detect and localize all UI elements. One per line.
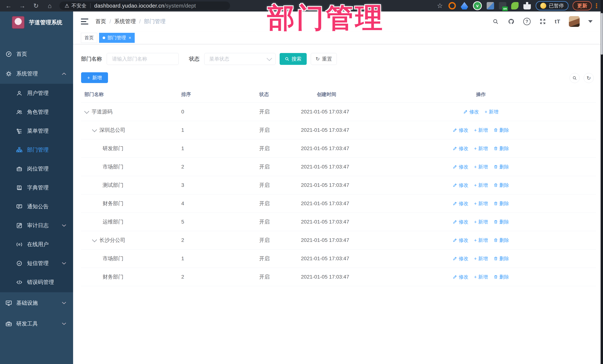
add-link[interactable]: +新增 [474,164,488,170]
sidebar-item-audit[interactable]: 审计日志 [0,216,73,235]
browser-home-icon[interactable]: ⌂ [45,2,55,10]
screen: ← → ↻ ⌂ ⚠ 不安全 dashboard.yudao.iocoder.cn… [0,0,603,364]
dept-sort: 1 [181,127,259,133]
refresh-icon: ↻ [316,56,320,62]
search-button[interactable]: 搜索 [280,53,307,65]
extension-icon-green-check[interactable]: v [473,1,482,10]
edit-link[interactable]: 修改 [453,127,468,133]
edit-link[interactable]: 修改 [453,145,468,152]
chevron-down-icon [62,262,66,265]
breadcrumb-home[interactable]: 首页 [95,18,106,25]
sidebar-item-home[interactable]: 首页 [0,45,73,63]
reset-button[interactable]: ↻ 重置 [311,53,337,65]
delete-link[interactable]: 删除 [494,200,509,207]
dept-table: 部门名称 排序 状态 创建时间 操作 芋道源码 0 开启 2021-01-05 … [81,86,596,286]
edit-link[interactable]: 修改 [453,200,468,207]
add-link[interactable]: +新增 [474,237,488,243]
add-link[interactable]: +新增 [474,182,488,188]
tab-home[interactable]: 首页 [81,33,97,43]
sidebar-item-online[interactable]: 在线用户 [0,235,73,254]
edit-link[interactable]: 修改 [453,255,468,262]
add-link[interactable]: +新增 [474,145,488,152]
edit-link[interactable]: 修改 [453,274,468,280]
sidebar-item-devtools[interactable]: 研发工具 [0,314,73,334]
table-row: 长沙分公司 2 开启 2021-01-05 17:03:47 修改 +新增 删除 [81,231,596,249]
table-row: 财务部门 2 开启 2021-01-05 17:03:47 修改 +新增 删除 [81,268,596,286]
scrollbar-thumb[interactable] [601,13,603,55]
dept-sort: 1 [181,255,259,262]
main-content: 部门名称 状态 菜单状态 搜索 ↻ 重置 + 新增 ↻ [73,44,603,364]
sidebar-item-posts[interactable]: 岗位管理 [0,159,73,178]
sidebar-item-depts[interactable]: 部门管理 [0,141,73,159]
edit-link[interactable]: 修改 [453,237,468,243]
user-avatar[interactable] [569,16,580,27]
dept-name-input[interactable] [107,53,179,65]
delete-link[interactable]: 删除 [494,182,509,188]
help-icon[interactable]: ? [523,18,531,25]
sidebar-item-dicts[interactable]: 字典管理 [0,178,73,197]
edit-link[interactable]: 修改 [453,219,468,225]
delete-link[interactable]: 删除 [494,145,509,152]
extension-icon-leaf[interactable] [511,2,519,10]
table-row: 芋道源码 0 开启 2021-01-05 17:03:47 修改 +新增 [81,103,596,121]
bookmark-star-icon[interactable]: ☆ [437,2,443,10]
table-row: 测试部门 3 开启 2021-01-05 17:03:47 修改 +新增 删除 [81,176,596,194]
tab-close-icon[interactable]: × [128,36,131,40]
col-header-created: 创建时间 [301,91,449,98]
font-size-icon[interactable]: tT [555,18,560,25]
sidebar-item-sms[interactable]: 短信管理 [0,254,73,273]
app-logo-row[interactable]: 芋道管理系统 [0,11,73,33]
expand-caret-icon[interactable] [92,237,97,242]
address-bar[interactable]: ⚠ 不安全 dashboard.yudao.iocoder.cn/system/… [59,1,230,10]
edit-link[interactable]: 修改 [453,182,468,188]
edit-link[interactable]: 修改 [453,164,468,170]
delete-link[interactable]: 删除 [494,237,509,243]
sidebar-item-infra[interactable]: 基础设施 [0,293,73,313]
scrollbar-track[interactable] [601,0,603,364]
add-dept-button[interactable]: + 新增 [81,72,108,83]
chrome-update-button[interactable]: 更新 [573,1,592,10]
sidebar-item-menus[interactable]: 菜单管理 [0,121,73,141]
sidebar-item-notices[interactable]: 通知公告 [0,197,73,216]
github-icon[interactable] [508,18,515,25]
profile-paused-chip[interactable]: 已暂停 [536,1,568,10]
add-link[interactable]: +新增 [474,127,488,133]
toggle-search-button[interactable] [570,73,580,83]
dept-status: 开启 [259,145,301,152]
delete-link[interactable]: 删除 [494,127,509,133]
fullscreen-icon[interactable] [539,18,546,25]
sidebar-item-roles[interactable]: 角色管理 [0,103,73,121]
extension-icon-switch[interactable]: on [499,2,506,10]
sidebar-collapse-icon[interactable] [81,19,88,24]
extension-icon-drop[interactable] [461,2,468,10]
extension-icon-ring[interactable] [448,2,456,10]
browser-back-icon[interactable]: ← [3,2,14,10]
delete-link[interactable]: 删除 [494,219,509,225]
edit-link[interactable]: 修改 [463,109,479,115]
sidebar-item-system[interactable]: 系统管理 [0,65,73,83]
expand-caret-icon[interactable] [84,109,89,114]
extensions-puzzle-icon[interactable] [523,2,531,10]
breadcrumb-system[interactable]: 系统管理 [114,18,136,25]
browser-forward-icon[interactable]: → [17,2,27,10]
refresh-table-button[interactable]: ↻ [584,73,594,83]
extension-icon-grid[interactable] [487,2,494,10]
delete-link[interactable]: 删除 [494,164,509,170]
expand-caret-icon[interactable] [92,127,97,132]
add-link[interactable]: +新增 [485,109,498,115]
add-link[interactable]: +新增 [474,274,488,280]
add-link[interactable]: +新增 [474,219,488,225]
search-icon[interactable] [492,18,499,25]
delete-link[interactable]: 删除 [494,274,509,280]
delete-link[interactable]: 删除 [494,255,509,262]
tab-dept-management[interactable]: 部门管理 × [99,33,135,43]
user-menu-caret-icon[interactable] [588,20,593,23]
security-label[interactable]: 不安全 [71,2,86,9]
browser-reload-icon[interactable]: ↻ [31,2,41,10]
add-link[interactable]: +新增 [474,255,488,262]
browser-menu-dots-icon[interactable]: ⋮ [593,2,600,10]
status-select[interactable]: 菜单状态 [204,53,276,65]
add-link[interactable]: +新增 [474,200,488,207]
sidebar-item-users[interactable]: 用户管理 [0,84,73,103]
sidebar-item-errcodes[interactable]: 错误码管理 [0,273,73,292]
